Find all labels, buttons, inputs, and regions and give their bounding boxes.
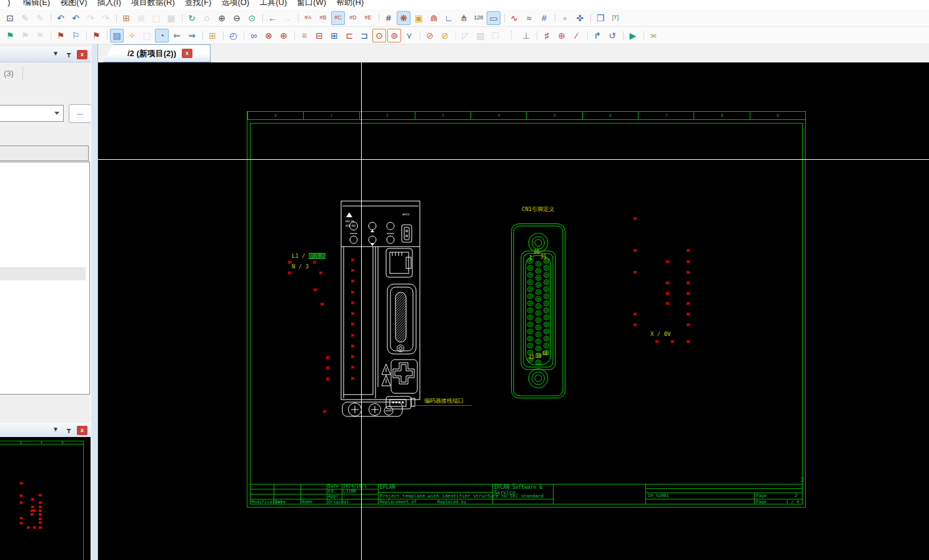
page-properties-icon[interactable]: ▢: [149, 11, 163, 25]
check-next-message-icon[interactable]: ⚑: [33, 29, 47, 42]
connection-point-x[interactable]: [287, 270, 292, 276]
connection-point-x[interactable]: [350, 354, 355, 360]
document-tab[interactable]: /2 (新项目(2)) x: [103, 44, 211, 62]
signal-tracking-icon[interactable]: ≈: [522, 11, 536, 25]
connection-point-x[interactable]: [633, 270, 637, 275]
potential-definition-icon[interactable]: ⊘: [423, 29, 437, 42]
plug-navigator-icon[interactable]: ⊏: [342, 29, 356, 42]
connection-point-x[interactable]: [350, 268, 355, 273]
connection-point-x[interactable]: [686, 291, 690, 297]
zoom-window-icon[interactable]: ◌: [200, 11, 214, 25]
connection-point-x[interactable]: [686, 270, 690, 275]
grid-a-icon[interactable]: #A: [301, 11, 315, 25]
menu-item[interactable]: 项目数据(R): [126, 0, 180, 8]
selected-row[interactable]: [0, 267, 86, 280]
grid-d-icon[interactable]: #D: [346, 11, 360, 25]
menu-item[interactable]: 查找(F): [180, 0, 217, 8]
page-next-icon[interactable]: ⇒: [185, 29, 199, 42]
net-definition-point-icon[interactable]: ⋎: [402, 29, 416, 42]
logic-snap-icon[interactable]: ⋔: [457, 11, 470, 25]
copy-format-icon[interactable]: ✎: [18, 11, 32, 25]
connection-point-x[interactable]: [350, 290, 355, 295]
undo-list-icon[interactable]: ↶: [69, 11, 82, 25]
net-grid-icon[interactable]: #: [537, 11, 551, 25]
connection-point-x[interactable]: [350, 343, 355, 349]
connection-point-x[interactable]: [670, 339, 675, 345]
connection-point-x[interactable]: [325, 355, 330, 361]
potential-connection-icon[interactable]: ⊘: [438, 29, 452, 42]
undo-icon[interactable]: ↶: [54, 11, 67, 25]
close-icon[interactable]: x: [77, 50, 87, 59]
dashed-region-icon[interactable]: ☐: [489, 29, 502, 42]
connection-point-x[interactable]: [655, 339, 659, 345]
placeholder-object-icon[interactable]: ▫: [558, 11, 572, 25]
device-connection-point-2-icon[interactable]: ⊚: [387, 29, 401, 42]
connection-point-x[interactable]: [633, 248, 637, 253]
zoom-in-icon[interactable]: ⊕: [215, 11, 229, 25]
connection-splice-icon[interactable]: ⊕: [555, 29, 569, 42]
connection-point-x[interactable]: [686, 259, 690, 265]
connection-point-x[interactable]: [287, 260, 292, 265]
schematic-canvas[interactable]: 0123456789 DELTA ASD-B2 APZ3: [98, 62, 929, 560]
report-table-icon[interactable]: ▦: [164, 11, 178, 25]
close-icon[interactable]: x: [77, 426, 87, 435]
next-view-icon[interactable]: →: [281, 11, 294, 25]
menu-item[interactable]: 视图(V): [55, 0, 92, 8]
connection-point-x[interactable]: [313, 287, 317, 293]
connection-point-x[interactable]: [350, 278, 355, 284]
check-completed-icon[interactable]: ⚑: [3, 29, 17, 42]
panel-tab-label[interactable]: (3): [4, 69, 14, 78]
interruption-sink-icon[interactable]: ⊕: [277, 29, 291, 42]
connection-point-x[interactable]: [633, 322, 637, 328]
menu-item[interactable]: 编辑(E): [18, 0, 55, 8]
connection-point-x[interactable]: [686, 301, 690, 307]
connection-point-x[interactable]: [665, 291, 670, 297]
connection-point-x[interactable]: [633, 216, 637, 222]
autoconnect-direct-icon[interactable]: ↱: [590, 29, 604, 42]
insert-window-macro-icon[interactable]: ⊞: [119, 11, 133, 25]
connection-point-x[interactable]: [665, 280, 670, 286]
redo-list-icon[interactable]: ↷: [99, 11, 112, 25]
previous-view-icon[interactable]: ←: [266, 11, 279, 25]
bookmark-set-icon[interactable]: ⚑: [54, 29, 67, 42]
browse-button[interactable]: ...: [69, 104, 91, 123]
redraw-icon[interactable]: ↻: [185, 11, 199, 25]
page-open-icon[interactable]: ▢: [140, 29, 154, 42]
page-new-icon[interactable]: ✧: [125, 29, 139, 42]
connection-point-x[interactable]: [665, 259, 670, 265]
connection-point-x[interactable]: [312, 260, 317, 265]
transform-xy-icon[interactable]: ✜: [573, 11, 587, 25]
connection-point-x[interactable]: [325, 365, 330, 371]
connection-point-x[interactable]: [350, 376, 355, 381]
tab-close-icon[interactable]: x: [182, 49, 192, 58]
zoom-out-icon[interactable]: ⊖: [230, 11, 244, 25]
connection-point-x[interactable]: [350, 322, 355, 327]
bookmark-goto-icon[interactable]: ⚐: [69, 29, 82, 42]
graphical-preview[interactable]: [0, 437, 91, 560]
update-connections-icon[interactable]: ≍: [647, 29, 660, 42]
insert-text-icon[interactable]: [T]: [609, 11, 622, 25]
insert-symbol-macro-icon[interactable]: ⊞: [134, 11, 148, 25]
terminals-icon[interactable]: ⊞: [327, 29, 341, 42]
menu-item[interactable]: 窗口(W): [292, 0, 331, 8]
interruption-point-icon[interactable]: ⊗: [262, 29, 276, 42]
pre-planning-icon[interactable]: ◴: [226, 29, 240, 42]
connection-point-x[interactable]: [350, 311, 355, 317]
connection-point-x[interactable]: [686, 339, 690, 345]
menu-item[interactable]: 工具(U): [254, 0, 292, 8]
grid-c-icon[interactable]: #C: [331, 11, 345, 25]
pin-icon[interactable]: ┳: [64, 50, 74, 57]
page-macro-navigator-icon[interactable]: ◔: [155, 29, 169, 42]
menu-item[interactable]: 选项(O): [216, 0, 254, 8]
interference-curve-icon[interactable]: ∿: [507, 11, 521, 25]
connection-symbols-icon[interactable]: ♯: [540, 29, 554, 42]
hatched-area-icon[interactable]: ▨: [474, 29, 487, 42]
connection-point-x[interactable]: [633, 312, 637, 317]
select-window-icon[interactable]: ⊡: [3, 11, 17, 25]
terminal-strip-navigator-icon[interactable]: ⊟: [312, 29, 326, 42]
bookmark-delete-icon[interactable]: ⚑: [89, 29, 103, 42]
plug-definition-icon[interactable]: ⊐: [357, 29, 371, 42]
snap-to-grid-icon[interactable]: ❋: [397, 11, 410, 25]
black-box-icon[interactable]: ◸: [459, 29, 472, 42]
connection-point-x[interactable]: [686, 248, 690, 253]
